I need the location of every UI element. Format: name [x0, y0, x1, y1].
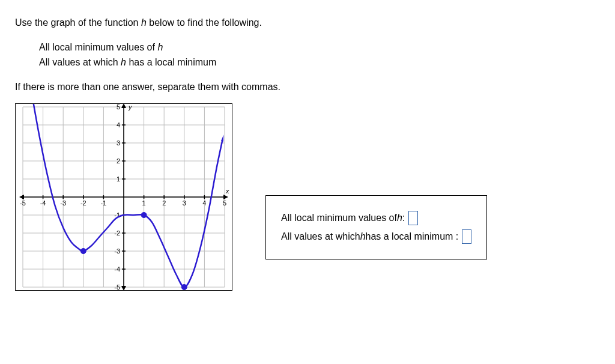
svg-text:-2: -2 [114, 229, 120, 237]
svg-text:-1: -1 [101, 199, 107, 207]
svg-point-73 [181, 285, 187, 290]
svg-text:4: 4 [117, 121, 120, 129]
ans1-text-b: : [402, 210, 405, 226]
intro-text-a: Use the graph of the function [15, 17, 141, 28]
svg-text:5: 5 [223, 199, 226, 207]
question-header: Use the graph of the function h below to… [15, 15, 600, 31]
svg-text:3: 3 [183, 199, 186, 207]
sub2-text-a: All values at which [39, 57, 121, 67]
intro-text-b: below to find the following. [147, 17, 262, 28]
svg-marker-47 [121, 286, 126, 290]
answer-input-1[interactable] [408, 211, 418, 225]
svg-text:-3: -3 [114, 247, 120, 255]
ans2-text-a: All values at which [281, 229, 360, 244]
svg-text:2: 2 [117, 157, 120, 165]
subitem-1: All local minimum values of h [39, 40, 600, 55]
svg-point-72 [80, 249, 86, 254]
svg-text:-2: -2 [80, 199, 86, 207]
subitem-2: All values at which h has a local minimu… [39, 55, 600, 70]
sub2-text-b: has a local minimum [126, 57, 216, 67]
answer-input-2[interactable] [462, 229, 471, 244]
svg-text:4: 4 [202, 199, 206, 207]
svg-text:x: x [225, 187, 229, 195]
answer-line-2: All values at which h has a local minimu… [281, 229, 471, 244]
svg-text:-5: -5 [114, 284, 120, 290]
svg-point-74 [141, 213, 147, 218]
function-graph: -5-4-3-2-112345-5-4-3-2-112345xy [15, 103, 232, 291]
svg-text:5: 5 [117, 104, 120, 111]
answer-line-1: All local minimum values of h : [281, 210, 471, 226]
ans2-var: h [360, 229, 366, 244]
svg-text:2: 2 [162, 199, 166, 207]
svg-text:-4: -4 [114, 265, 120, 273]
svg-marker-46 [121, 104, 126, 108]
ans1-var: h [397, 210, 402, 226]
svg-text:-3: -3 [60, 199, 66, 207]
svg-text:3: 3 [117, 139, 120, 147]
sub2-var: h [121, 57, 126, 67]
ans2-text-b: has a local minimum : [366, 229, 459, 244]
svg-marker-44 [223, 195, 228, 199]
answer-box: All local minimum values of h : All valu… [265, 195, 487, 259]
intro-var: h [141, 17, 147, 28]
sub1-text: All local minimum values of [39, 42, 157, 52]
svg-text:-4: -4 [40, 199, 46, 207]
svg-marker-45 [19, 195, 24, 199]
instruction: If there is more than one answer, separa… [15, 79, 600, 95]
svg-text:1: 1 [142, 199, 146, 207]
subitems: All local minimum values of h All values… [39, 40, 600, 70]
ans1-text-a: All local minimum values of [281, 210, 397, 226]
svg-marker-71 [221, 135, 223, 142]
sub1-var: h [157, 42, 163, 52]
svg-text:1: 1 [117, 175, 120, 183]
svg-text:-5: -5 [20, 199, 26, 207]
